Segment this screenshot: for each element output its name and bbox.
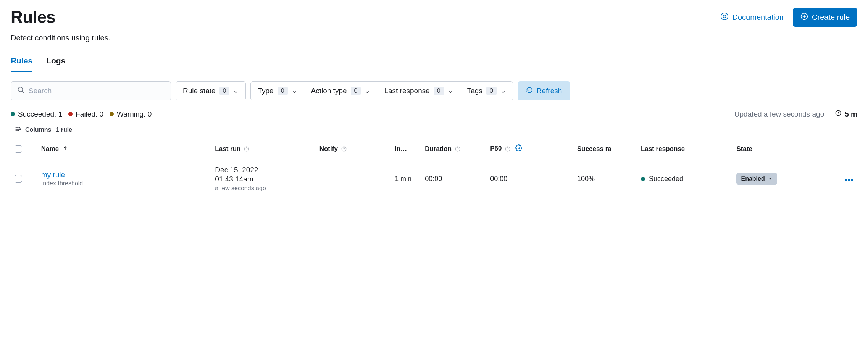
search-box[interactable] [11,81,171,100]
svg-rect-15 [851,179,853,181]
filter-last-response-count: 0 [434,87,444,95]
col-header-success-rate[interactable]: Success ra [573,139,637,159]
columns-icon[interactable] [15,126,21,134]
plus-circle-icon [800,13,808,22]
status-warning: Warning: 0 [110,110,152,118]
filter-rule-state-count: 0 [219,87,230,95]
table-row: my rule Index threshold Dec 15, 2022 01:… [11,159,857,199]
col-header-p50[interactable]: P50 [486,139,573,159]
duration-cell: 00:00 [421,159,486,199]
question-icon [244,146,249,152]
svg-rect-13 [845,179,847,181]
p50-cell: 00:00 [486,159,573,199]
status-warning-text: Warning: 0 [117,110,152,118]
last-run-ago: a few seconds ago [215,185,311,192]
svg-point-1 [723,15,726,18]
filter-rule-state[interactable]: Rule state 0 [176,82,245,100]
chevron-down-icon [292,88,297,94]
filter-type-count: 0 [278,87,288,95]
chevron-down-icon [500,88,506,94]
filter-tags-count: 0 [486,87,497,95]
refresh-icon [526,87,533,96]
col-header-notify-text: Notify [319,145,338,152]
chevron-down-icon [233,88,239,94]
chevron-down-icon [768,175,773,182]
last-response-text: Succeeded [649,175,683,183]
col-header-last-response[interactable]: Last response [637,139,733,159]
col-header-duration-text: Duration [425,145,452,152]
tab-rules[interactable]: Rules [11,56,32,72]
svg-point-12 [518,147,520,149]
svg-point-7 [18,130,19,131]
last-run-date: Dec 15, 2022 [215,166,311,174]
documentation-link[interactable]: Documentation [720,12,784,23]
interval-cell: 1 min [391,159,421,199]
dot-red-icon [68,112,73,116]
rule-name-link[interactable]: my rule [41,171,208,179]
col-header-interval[interactable]: In… [391,139,421,159]
filter-tags[interactable]: Tags 0 [460,82,513,100]
col-header-duration[interactable]: Duration [421,139,486,159]
filter-type[interactable]: Type 0 [251,82,304,100]
page-title: Rules [11,8,55,27]
last-response-cell: Succeeded [641,175,729,183]
state-badge[interactable]: Enabled [736,173,777,185]
dot-green-icon [641,177,645,181]
timespan[interactable]: 5 m [835,110,857,118]
search-icon [17,86,25,96]
filter-rule-state-label: Rule state [183,87,216,95]
svg-point-6 [20,129,21,130]
dot-green-icon [11,112,15,116]
question-icon [455,146,460,152]
svg-point-5 [19,127,20,128]
filter-action-type-label: Action type [311,87,347,95]
rule-count: 1 rule [56,126,72,133]
row-checkbox[interactable] [15,175,22,183]
documentation-label: Documentation [732,13,784,22]
chevron-down-icon [448,88,453,94]
gear-icon[interactable] [515,146,522,153]
svg-point-0 [721,13,728,19]
question-icon [505,146,510,152]
filter-type-label: Type [258,87,273,95]
col-header-last-run[interactable]: Last run [211,139,315,159]
col-header-state[interactable]: State [732,139,828,159]
help-icon [720,12,729,23]
col-header-notify[interactable]: Notify [316,139,391,159]
svg-rect-14 [848,179,850,181]
refresh-label: Refresh [537,87,562,95]
notify-cell [316,159,391,199]
updated-text: Updated a few seconds ago [734,110,824,118]
filter-last-response-label: Last response [384,87,429,95]
svg-point-3 [18,87,23,92]
col-header-name[interactable]: Name [37,139,211,159]
status-succeeded-text: Succeeded: 1 [18,110,62,118]
columns-label[interactable]: Columns [25,126,51,133]
status-succeeded: Succeeded: 1 [11,110,62,118]
create-rule-button[interactable]: Create rule [793,8,857,27]
success-rate-cell: 100% [573,159,637,199]
last-run-time: 01:43:14am [215,175,311,183]
status-failed: Failed: 0 [68,110,103,118]
page-subtitle: Detect conditions using rules. [11,34,857,42]
rule-type-text: Index threshold [41,180,208,187]
row-actions-menu[interactable] [845,175,853,183]
filter-tags-label: Tags [467,87,482,95]
sort-arrow-up-icon [63,145,68,152]
question-icon [341,146,347,152]
col-header-name-text: Name [41,145,59,152]
filter-action-type[interactable]: Action type 0 [304,82,378,100]
filter-last-response[interactable]: Last response 0 [377,82,460,100]
tab-logs[interactable]: Logs [46,56,65,72]
col-header-last-run-text: Last run [215,145,240,152]
clock-icon [835,110,842,118]
create-rule-label: Create rule [812,13,850,22]
status-failed-text: Failed: 0 [76,110,103,118]
select-all-checkbox[interactable] [15,145,22,153]
search-input[interactable] [29,87,165,95]
timespan-value: 5 m [845,110,857,118]
filter-action-type-count: 0 [351,87,361,95]
chevron-down-icon [365,88,370,94]
col-header-p50-text: P50 [490,145,502,152]
refresh-button[interactable]: Refresh [518,81,571,100]
